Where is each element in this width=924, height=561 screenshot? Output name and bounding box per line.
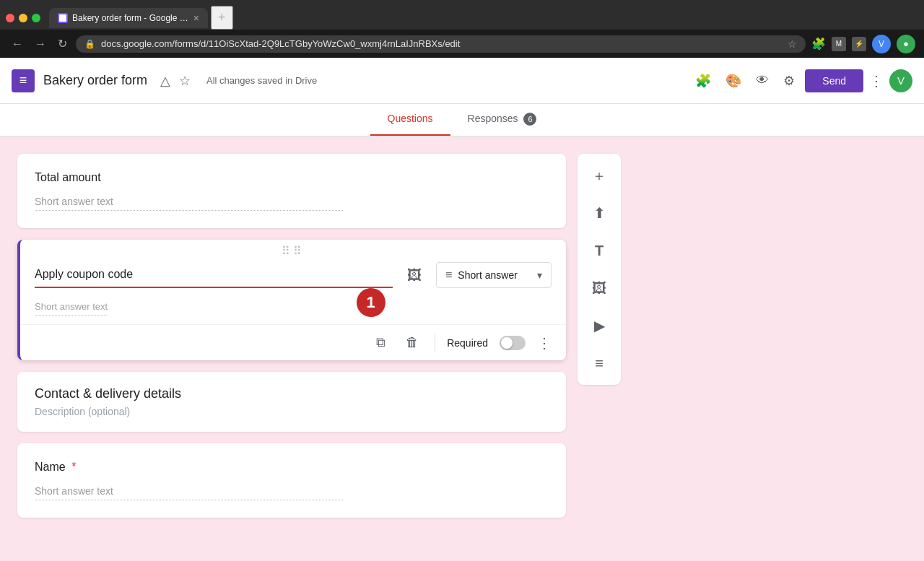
user-avatar[interactable]: V xyxy=(889,69,912,92)
video-icon: ▶ xyxy=(594,317,605,334)
section-title: Contact & delivery details xyxy=(35,386,549,401)
reload-button[interactable]: ↻ xyxy=(55,34,70,53)
total-amount-answer: Short answer text xyxy=(35,193,343,211)
app-icon: ≡ xyxy=(12,69,35,92)
required-asterisk: * xyxy=(71,461,76,473)
section-icon: ≡ xyxy=(595,355,603,372)
more-options-button[interactable]: ⋮ xyxy=(537,334,552,352)
drag-handle: ⠿⠿ xyxy=(20,240,566,262)
main-content: Total amount Short answer text ⠿⠿ 🖼 ≡ Sh… xyxy=(0,136,924,561)
new-tab-button[interactable]: + xyxy=(211,6,233,30)
responses-badge: 6 xyxy=(523,113,536,126)
form-tabs: Questions Responses 6 xyxy=(0,104,924,136)
add-question-button[interactable]: ＋ xyxy=(583,160,615,191)
type-select-label: Short answer xyxy=(458,269,517,281)
text-icon: T xyxy=(595,243,603,259)
name-question-title: Name * xyxy=(35,461,549,474)
toggle-thumb xyxy=(501,337,513,349)
question-input-wrap xyxy=(35,262,393,288)
sync-icon[interactable]: ● xyxy=(897,35,915,53)
drive-icon[interactable]: △ xyxy=(156,69,175,93)
card-footer: ⧉ 🗑 Required ⋮ xyxy=(20,324,566,360)
right-sidebar: ＋ ⬆ T 🖼 ▶ ≡ xyxy=(578,154,621,385)
image-icon: 🖼 xyxy=(592,280,606,297)
forms-icon: ≡ xyxy=(19,73,27,88)
tab-close-icon[interactable]: × xyxy=(193,12,199,24)
add-section-button[interactable]: ≡ xyxy=(583,347,615,379)
import-icon: ⬆ xyxy=(593,204,606,222)
tab-bar: Bakery order form - Google Fo... × + xyxy=(0,0,924,30)
section-card: Contact & delivery details Description (… xyxy=(17,372,566,432)
main-wrapper: Total amount Short answer text ⠿⠿ 🖼 ≡ Sh… xyxy=(17,154,621,561)
preview-icon[interactable]: 👁 xyxy=(751,69,773,92)
url-text: docs.google.com/forms/d/11OiScXtad-2Q9Lc… xyxy=(101,38,782,49)
bookmark-icon[interactable]: ☆ xyxy=(788,38,797,50)
browser-toolbar-icons: 🧩 M ⚡ V ● xyxy=(811,35,915,53)
question-row: 🖼 ≡ Short answer ▾ xyxy=(35,262,552,288)
type-select[interactable]: ≡ Short answer ▾ xyxy=(436,262,552,288)
delete-button[interactable]: 🗑 xyxy=(401,331,423,355)
star-icon[interactable]: ☆ xyxy=(175,69,195,93)
tab-questions[interactable]: Questions xyxy=(370,104,450,136)
lock-icon: 🔒 xyxy=(84,39,95,49)
minimize-button[interactable] xyxy=(19,14,27,22)
more-icon[interactable]: ⋮ xyxy=(869,72,884,90)
app-toolbar: ≡ Bakery order form △ ☆ All changes save… xyxy=(0,58,924,104)
app-title: Bakery order form xyxy=(43,73,147,88)
add-title-button[interactable]: T xyxy=(583,235,615,266)
name-question-card: Name * Short answer text xyxy=(17,443,566,518)
add-image-button[interactable]: 🖼 xyxy=(583,272,615,304)
total-amount-card: Total amount Short answer text xyxy=(17,154,566,228)
active-question-card: ⠿⠿ 🖼 ≡ Short answer ▾ Sh xyxy=(17,240,566,360)
add-video-button[interactable]: ▶ xyxy=(583,310,615,342)
import-questions-button[interactable]: ⬆ xyxy=(583,197,615,229)
toolbar-right: 🧩 🎨 👁 ⚙ Send ⋮ V xyxy=(691,69,912,93)
tab-title: Bakery order form - Google Fo... xyxy=(72,13,189,23)
tab-responses[interactable]: Responses 6 xyxy=(450,104,554,136)
gmail-icon[interactable]: M xyxy=(832,37,846,51)
profile-icon[interactable]: V xyxy=(872,35,891,53)
window-controls xyxy=(6,14,40,22)
divider xyxy=(435,334,435,352)
plus-icon: ＋ xyxy=(592,166,606,186)
browser-chrome: Bakery order form - Google Fo... × + ← →… xyxy=(0,0,924,58)
send-button[interactable]: Send xyxy=(805,69,863,92)
saved-status: All changes saved in Drive xyxy=(206,75,691,86)
type-select-icon: ≡ xyxy=(445,269,452,282)
palette-icon[interactable]: 🎨 xyxy=(721,69,746,93)
section-description: Description (optional) xyxy=(35,406,549,417)
form-column: Total amount Short answer text ⠿⠿ 🖼 ≡ Sh… xyxy=(17,154,566,561)
total-amount-title: Total amount xyxy=(35,171,549,184)
chevron-down-icon: ▾ xyxy=(537,269,542,281)
image-button[interactable]: 🖼 xyxy=(401,262,427,288)
extensions-icon[interactable]: 🧩 xyxy=(811,37,826,51)
address-field[interactable]: 🔒 docs.google.com/forms/d/11OiScXtad-2Q9… xyxy=(76,35,806,53)
close-button[interactable] xyxy=(6,14,14,22)
numbered-badge: 1 xyxy=(357,288,385,317)
ext-icon[interactable]: ⚡ xyxy=(852,37,866,51)
back-button[interactable]: ← xyxy=(9,35,26,53)
duplicate-button[interactable]: ⧉ xyxy=(372,331,390,355)
active-tab[interactable]: Bakery order form - Google Fo... × xyxy=(49,8,208,28)
settings-icon[interactable]: ⚙ xyxy=(779,69,799,93)
tab-favicon xyxy=(58,13,68,23)
required-label: Required xyxy=(447,337,488,349)
answer-preview: Short answer text xyxy=(35,298,108,316)
addon-icon[interactable]: 🧩 xyxy=(691,69,715,93)
name-answer: Short answer text xyxy=(35,482,343,500)
question-body: 🖼 ≡ Short answer ▾ Short answer text 1 xyxy=(20,262,566,324)
question-input[interactable] xyxy=(35,262,393,288)
forward-button[interactable]: → xyxy=(32,35,49,53)
required-toggle[interactable] xyxy=(500,336,526,350)
maximize-button[interactable] xyxy=(32,14,40,22)
address-bar: ← → ↻ 🔒 docs.google.com/forms/d/11OiScXt… xyxy=(0,30,924,58)
